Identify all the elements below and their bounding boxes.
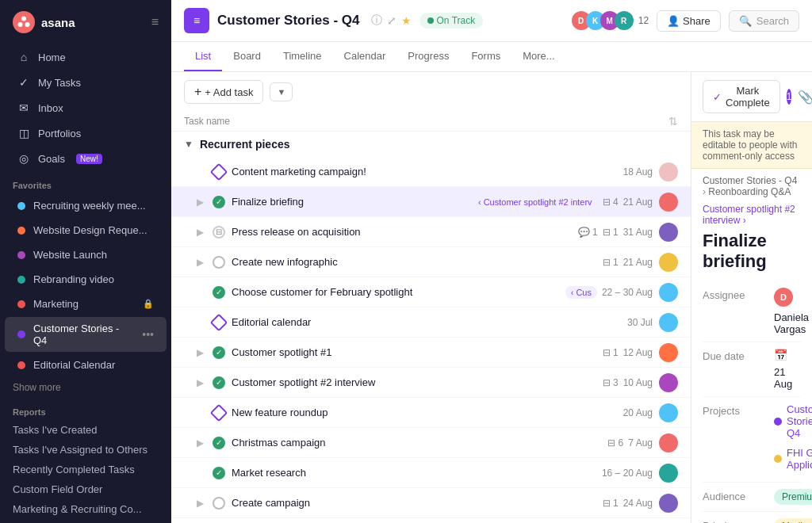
breadcrumb-project[interactable]: Customer Stories - Q4 [703,175,797,186]
expand-icon[interactable]: ⤢ [387,14,396,27]
sidebar-fav-marketing[interactable]: Marketing 🔒 [5,292,167,315]
project-1-name[interactable]: Customer Stories - Q4 [787,403,812,439]
mark-complete-button[interactable]: ✓ Mark Complete [703,80,780,113]
task-assignee-avatar [659,464,678,483]
reports-marketing-recruiting[interactable]: Marketing & Recruiting Co... [0,499,171,519]
task-checkbox[interactable]: ⊟ [213,226,225,239]
task-row[interactable]: ▶ ✓ Finalize briefing ‹ Customer spotlig… [171,187,691,217]
reports-custom-field-order[interactable]: Custom Field Order [0,479,171,499]
task-checkbox[interactable]: ✓ [213,437,225,449]
add-task-dropdown[interactable]: ▼ [270,82,293,101]
expand-icon[interactable]: ▶ [197,257,209,268]
task-checkbox[interactable]: ✓ [213,196,225,208]
sidebar-item-my-tasks[interactable]: ✓ My Tasks [5,71,167,94]
share-icon: 👤 [667,15,680,27]
sidebar-item-portfolios[interactable]: ◫ Portfolios [5,121,167,145]
more-options-icon[interactable]: ••• [142,328,154,341]
task-checkbox[interactable]: ✓ [213,346,225,359]
task-row[interactable]: ▶ ✓ Customer spotlight #1 ⊟ 1 12 Aug [171,338,691,368]
project-dot [774,455,782,463]
fav-dot [17,330,25,338]
task-checkbox[interactable]: ✓ [213,376,225,389]
task-date: 10 Aug [623,377,653,388]
section-row[interactable]: ▼ New formats [171,518,691,523]
tab-timeline[interactable]: Timeline [272,42,333,71]
count-badge: 1 [787,89,792,105]
task-title-detail: Finalize briefing [691,227,812,281]
sort-icon[interactable]: ⇅ [668,115,678,128]
reports-tasks-assigned[interactable]: Tasks I've Assigned to Others [0,440,171,460]
section-title: Recurrent pieces [200,138,290,151]
share-button[interactable]: 👤 Share [657,10,721,32]
task-date: 30 Jul [627,317,653,328]
task-checkbox[interactable] [210,313,228,331]
task-checkbox[interactable]: ✓ [213,467,225,479]
task-row[interactable]: ▶ ✓ Christmas campaign ⊟ 6 7 Aug [171,428,691,458]
task-checkbox[interactable] [213,497,225,510]
task-checkbox[interactable]: ✓ [213,286,225,299]
sidebar-item-inbox[interactable]: ✉ Inbox [5,96,167,120]
sidebar-fav-website-design[interactable]: Website Design Reque... [5,219,167,242]
task-checkbox[interactable] [210,162,228,181]
expand-icon[interactable]: ▶ [197,347,209,358]
tab-list[interactable]: List [184,42,222,71]
sidebar-fav-customer-stories[interactable]: Customer Stories - Q4 ••• [5,317,167,352]
task-comment-count: 💬 1 [578,227,598,238]
priority-value[interactable]: Medium [774,518,812,523]
sidebar-item-goals[interactable]: ◎ Goals New! [5,147,167,170]
due-date-value[interactable]: 📅 21 Aug [774,349,801,390]
field-row-projects: Projects Customer Stories - Q4 Recurrent… [703,397,801,483]
tab-board[interactable]: Board [222,42,272,71]
svg-point-0 [21,17,26,21]
task-row[interactable]: New feature roundup 20 Aug [171,398,691,428]
tab-forms[interactable]: Forms [460,42,511,71]
sidebar-fav-rebranding[interactable]: Rebranding video [5,268,167,291]
tab-calendar[interactable]: Calendar [333,42,397,71]
task-row[interactable]: Content marketing campaign! 18 Aug [171,157,691,187]
project-dot [774,418,782,426]
hamburger-icon[interactable]: ≡ [151,15,159,29]
breadcrumb-parent-task[interactable]: Customer spotlight #2 interview › [691,204,812,227]
expand-icon[interactable]: ▶ [197,377,209,388]
paperclip-icon[interactable]: 📎 [798,90,812,105]
add-task-button[interactable]: + + Add task [184,80,263,104]
task-checkbox[interactable] [210,403,228,422]
goals-icon: ◎ [17,152,30,165]
task-checkbox[interactable] [213,256,225,269]
project-2-name[interactable]: FHI Grant Application [787,447,812,471]
show-more-link[interactable]: Show more [0,377,171,398]
task-row[interactable]: ✓ Choose customer for February spotlight… [171,277,691,307]
svg-point-1 [18,22,23,27]
task-row[interactable]: ▶ ✓ Customer spotlight #2 interview ⊟ 3 … [171,368,691,398]
task-row[interactable]: ✓ Market research 16 – 20 Aug [171,458,691,488]
task-row[interactable]: ▶ ⊟ Press release on acquisition 💬 1 ⊟ 1… [171,217,691,247]
expand-icon[interactable]: ▶ [197,498,209,509]
task-row[interactable]: ▶ Create new infographic ⊟ 1 21 Aug [171,247,691,277]
reports-tasks-created[interactable]: Tasks I've Created [0,420,171,440]
task-date: 16 – 20 Aug [602,468,653,479]
sidebar-item-label: My Tasks [38,77,81,89]
expand-icon[interactable]: ▶ [197,437,209,449]
detail-header: ✓ Mark Complete 1 📎 ⑂ 🔗 2 3 4 [691,72,812,122]
reports-recently-completed[interactable]: Recently Completed Tasks [0,460,171,479]
breadcrumb-section[interactable]: Reonboarding Q&A [708,186,791,197]
task-name: Customer spotlight #1 [232,346,603,358]
expand-icon[interactable]: ▶ [197,197,209,208]
section-row[interactable]: ▼ Recurrent pieces [171,132,691,157]
star-icon[interactable]: ★ [401,14,412,27]
expand-icon[interactable]: ▶ [197,227,209,238]
search-bar[interactable]: 🔍 Search [729,10,799,32]
task-name: Create campaign [232,497,603,509]
task-row[interactable]: Editorial calendar 30 Jul [171,307,691,338]
sidebar-fav-recruiting[interactable]: Recruiting weekly mee... [5,194,167,217]
task-row[interactable]: ▶ Create campaign ⊟ 1 24 Aug [171,488,691,518]
sidebar-item-home[interactable]: ⌂ Home [5,45,167,69]
tab-progress[interactable]: Progress [396,42,460,71]
sidebar-fav-website-launch[interactable]: Website Launch [5,243,167,266]
info-icon[interactable]: ⓘ [371,13,382,28]
audience-badge: Premium [774,489,812,505]
sidebar-fav-editorial[interactable]: Editorial Calendar [5,353,167,376]
tab-more[interactable]: More... [511,42,565,71]
audience-value[interactable]: Premium [774,489,812,505]
task-assignee-avatar [659,343,678,362]
